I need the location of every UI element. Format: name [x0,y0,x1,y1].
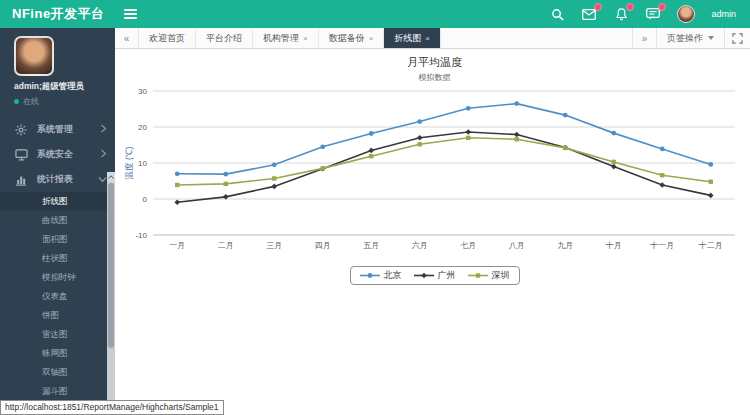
sidebar-subitem-饼图[interactable]: 饼图 [0,306,115,325]
sidebar-subitem-模拟时钟[interactable]: 模拟时钟 [0,268,115,287]
x-tick-label: 八月 [509,241,525,250]
sidebar-user-avatar[interactable] [14,36,54,76]
data-point[interactable] [563,113,568,118]
y-tick-label: -10 [135,231,147,240]
data-point[interactable] [272,176,276,180]
scrollbar-up-arrow-icon[interactable] [107,172,115,182]
data-point[interactable] [709,180,713,184]
data-point[interactable] [708,162,713,167]
caret-down-icon [708,36,714,40]
sidebar-subitem-蛛网图[interactable]: 蛛网图 [0,344,115,363]
data-point[interactable] [369,154,373,158]
legend-item-北京[interactable]: 北京 [360,269,402,282]
series-line-深圳[interactable] [177,138,711,185]
tabs-scroll-right-icon[interactable]: » [632,28,656,48]
sidebar-subitem-柱状图[interactable]: 柱状图 [0,249,115,268]
fullscreen-icon[interactable] [724,28,750,48]
data-point[interactable] [612,160,616,164]
data-point[interactable] [418,142,422,146]
mail-icon[interactable] [581,6,597,22]
sidebar-subitem-双轴图[interactable]: 双轴图 [0,363,115,382]
sidebar-scrollbar[interactable] [107,172,115,415]
tab-折线图[interactable]: 折线图× [384,28,441,48]
data-point[interactable] [417,119,422,124]
message-icon[interactable] [645,6,661,22]
online-status-label: 在线 [23,96,39,107]
data-point[interactable] [514,101,519,106]
data-point[interactable] [708,193,714,199]
data-point[interactable] [175,171,180,176]
sidebar-subitem-面积图[interactable]: 面积图 [0,230,115,249]
data-point[interactable] [271,184,277,190]
data-point[interactable] [174,199,180,205]
tab-operations-dropdown[interactable]: 页签操作 [656,28,724,48]
legend-item-深圳[interactable]: 深圳 [468,269,510,282]
sidebar-subitem-折线图[interactable]: 折线图 [0,192,115,211]
series-line-北京[interactable] [177,104,711,175]
data-point[interactable] [563,146,567,150]
chart-plot-area: -100102030一月二月三月四月五月六月七月八月九月十月十一月十二月温度 (… [123,85,746,265]
data-point[interactable] [368,148,374,154]
data-point[interactable] [466,106,471,111]
data-point[interactable] [515,137,519,141]
content-area: 月平均温度 模拟数据 -100102030一月二月三月四月五月六月七月八月九月十… [115,49,750,415]
chevron-right-icon [100,124,107,135]
tabbar-right: » 页签操作 [632,28,750,48]
data-point[interactable] [224,182,228,186]
data-point[interactable] [514,132,520,138]
tab-平台介绍[interactable]: 平台介绍 [196,28,253,48]
header-user-avatar[interactable] [677,5,695,23]
data-point[interactable] [659,182,665,188]
data-point[interactable] [660,147,665,152]
data-point[interactable] [321,166,325,170]
sidebar-subitem-雷达图[interactable]: 雷达图 [0,325,115,344]
data-point[interactable] [611,164,617,170]
search-icon[interactable] [549,6,565,22]
data-point[interactable] [272,162,277,167]
sidebar-item-系统安全[interactable]: 系统安全 [0,142,115,167]
tab-label: 机构管理 [263,32,299,45]
sidebar-item-统计报表[interactable]: 统计报表 [0,167,115,192]
sidebar-nav: 系统管理系统安全统计报表折线图曲线图面积图柱状图模拟时钟仪表盘饼图雷达图蛛网图双… [0,117,115,415]
data-point[interactable] [320,144,325,149]
sidebar-scrollbar-thumb[interactable] [108,183,114,348]
legend-label: 北京 [384,269,402,282]
x-tick-label: 十月 [605,241,622,250]
sidebar-subitem-漏斗图[interactable]: 漏斗图 [0,382,115,401]
app-title: NFine开发平台 [0,5,112,23]
x-tick-label: 十二月 [698,241,723,250]
data-point[interactable] [465,129,471,135]
data-point[interactable] [417,135,423,141]
gear-icon [14,124,28,136]
tab-欢迎首页[interactable]: 欢迎首页 [139,28,196,48]
x-tick-label: 十一月 [649,241,674,250]
link-preview-tooltip: http://localhost:1851/ReportManage/Highc… [0,400,224,415]
data-point[interactable] [175,183,179,187]
monitor-icon [14,149,28,161]
data-point[interactable] [369,131,374,136]
tab-close-icon[interactable]: × [369,34,374,43]
header-user-name[interactable]: admin [711,9,736,19]
tab-数据备份[interactable]: 数据备份× [319,28,385,48]
x-tick-label: 三月 [266,241,282,250]
tab-机构管理[interactable]: 机构管理× [253,28,319,48]
sidebar-item-label: 系统安全 [37,148,100,161]
tab-close-icon[interactable]: × [425,34,430,43]
top-header: NFine开发平台 admin [0,0,750,28]
data-point[interactable] [660,173,664,177]
sidebar-subitem-仪表盘[interactable]: 仪表盘 [0,287,115,306]
data-point[interactable] [611,131,616,136]
data-point[interactable] [466,136,470,140]
legend-item-广州[interactable]: 广州 [414,269,456,282]
sidebar-item-系统管理[interactable]: 系统管理 [0,117,115,142]
nfine-admin-page: { "header": { "app_title": "NFine开发平台", … [0,0,750,415]
sidebar-subitem-曲线图[interactable]: 曲线图 [0,211,115,230]
bell-icon[interactable] [613,6,629,22]
hamburger-menu-icon[interactable] [124,6,146,22]
legend-marker-circle-icon [360,271,380,280]
data-point[interactable] [223,172,228,177]
tab-close-icon[interactable]: × [303,34,308,43]
legend-label: 深圳 [492,269,510,282]
tabs-scroll-left-icon[interactable]: « [115,28,139,48]
bell-notification-badge [626,3,634,11]
